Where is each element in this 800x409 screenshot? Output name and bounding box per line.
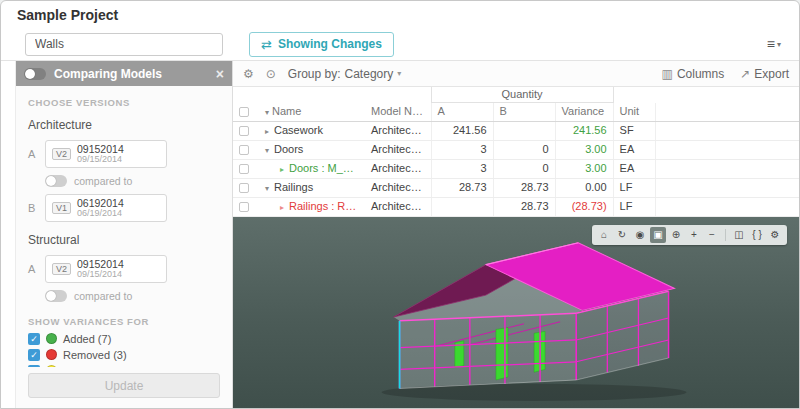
version-row-arch-b: B V1 06192014 06/19/2014	[28, 194, 220, 222]
version-badge: V2	[52, 263, 71, 275]
columns-button[interactable]: ▥ Columns	[662, 67, 725, 81]
expand-icon[interactable]: ▸	[265, 203, 284, 212]
table-row-doors-child[interactable]: ▸Doors : M_Toilet Partiti... Architectur…	[233, 159, 799, 178]
row-unit: SF	[613, 121, 655, 140]
close-icon[interactable]: ×	[216, 67, 224, 81]
row-variance: 3.00	[555, 140, 613, 159]
version-select-arch-b[interactable]: V1 06192014 06/19/2014	[45, 194, 167, 222]
panel-footer: Update	[16, 367, 232, 408]
app-window: Sample Project ⇄ Showing Changes ≡ ▾ Com…	[0, 0, 800, 409]
version-select-struct-a[interactable]: V2 09152014 09/15/2014	[45, 255, 167, 283]
row-name: Doors : M_Toilet Partiti...	[289, 162, 365, 174]
row-unit: EA	[613, 140, 655, 159]
row-checkbox[interactable]	[239, 164, 249, 174]
row-variance: 241.56	[555, 121, 613, 140]
comparing-models-header: Comparing Models ×	[16, 61, 232, 86]
row-model: Architecture	[365, 140, 431, 159]
section-icon[interactable]: ◫	[731, 227, 747, 243]
version-row-arch-a: A V2 09152014 09/15/2014	[28, 140, 220, 168]
row-a: 28.73	[431, 178, 493, 197]
version-row-struct-a: A V2 09152014 09/15/2014	[28, 255, 220, 283]
chevron-down-icon: ▾	[397, 69, 401, 78]
panel-title: Comparing Models	[54, 67, 162, 81]
export-button[interactable]: ↗ Export	[740, 67, 789, 81]
version-letter: B	[28, 202, 38, 214]
settings-icon[interactable]: ⚙	[767, 227, 783, 243]
filter-added: ✓ Added (7)	[28, 333, 220, 345]
column-header-unit[interactable]: Unit	[613, 103, 655, 122]
update-button[interactable]: Update	[28, 373, 220, 398]
table-row-railings-child[interactable]: ▸Railings : Railing : 900... Architectur…	[233, 197, 799, 216]
look-at-icon[interactable]: ◉	[632, 227, 648, 243]
column-header-model[interactable]: Model Name	[365, 103, 431, 122]
home-icon[interactable]: ⌂	[596, 227, 612, 243]
select-all-checkbox[interactable]	[239, 107, 249, 117]
column-header-b[interactable]: B	[493, 103, 555, 122]
row-checkbox[interactable]	[239, 183, 249, 193]
table-row-casework[interactable]: ▸Casework Architecture 241.56 241.56 SF	[233, 121, 799, 140]
grid-toolbar: ⚙ ⊙ Group by: Category ▾ ▥ Columns ↗ Exp…	[233, 61, 799, 87]
row-model: Architecture	[365, 197, 431, 216]
row-name: Casework	[274, 124, 323, 136]
panel-toggle[interactable]	[24, 68, 46, 80]
version-letter: A	[28, 263, 38, 275]
list-icon: ≡	[767, 36, 775, 52]
version-badge: V1	[52, 202, 71, 214]
zoom-out-icon[interactable]: −	[704, 227, 720, 243]
compared-to-row-arch: compared to	[45, 175, 220, 187]
compare-toggle-arch[interactable]	[45, 175, 67, 187]
version-badge: V2	[52, 148, 71, 160]
collapse-icon[interactable]: ▾	[265, 184, 269, 193]
collapse-icon[interactable]: ▾	[265, 146, 269, 155]
row-checkbox[interactable]	[239, 126, 249, 136]
orbit-icon[interactable]: ↻	[614, 227, 630, 243]
version-date: 09/15/2014	[77, 155, 124, 165]
group-by-label: Group by:	[288, 67, 341, 81]
row-model: Architecture	[365, 121, 431, 140]
model-viewer[interactable]: ⌂ ↻ ◉ ▣ ⊕ + − ◫ { } ⚙	[233, 217, 799, 409]
version-date: 06/19/2014	[77, 209, 124, 219]
filter-removed: ✓ Removed (3)	[28, 349, 220, 361]
column-header-a[interactable]: A	[431, 103, 493, 122]
row-name: Railings : Railing : 900...	[289, 200, 365, 212]
search-input[interactable]	[25, 33, 223, 56]
zoom-in-icon[interactable]: +	[686, 227, 702, 243]
show-variances-label: SHOW VARIANCES FOR	[28, 316, 220, 327]
group-by-dropdown[interactable]: Group by: Category ▾	[288, 67, 401, 81]
table-row-doors[interactable]: ▾Doors Architecture 3 0 3.00 EA	[233, 140, 799, 159]
compare-toggle-struct[interactable]	[45, 290, 67, 302]
expand-icon[interactable]: ▸	[265, 165, 284, 174]
table-row-railings[interactable]: ▾Railings Architecture 28.73 28.73 0.00 …	[233, 178, 799, 197]
row-checkbox[interactable]	[239, 202, 249, 212]
column-header-name[interactable]: ▾Name	[259, 103, 365, 122]
model-view-icon[interactable]: ▣	[650, 227, 666, 243]
row-unit: LF	[613, 178, 655, 197]
properties-icon[interactable]: { }	[749, 227, 765, 243]
pan-icon[interactable]: ⊕	[668, 227, 684, 243]
showing-changes-button[interactable]: ⇄ Showing Changes	[249, 32, 394, 57]
gear-icon[interactable]: ⚙	[243, 67, 254, 81]
comparing-models-panel: Comparing Models × CHOOSE VERSIONS Archi…	[15, 61, 233, 408]
removed-checkbox[interactable]: ✓	[28, 349, 40, 361]
row-unit: LF	[613, 197, 655, 216]
expand-icon[interactable]: ▸	[265, 127, 269, 136]
view-options-button[interactable]: ≡ ▾	[767, 36, 781, 52]
removed-dot-icon	[46, 349, 57, 360]
row-name: Doors	[274, 143, 303, 155]
version-select-arch-a[interactable]: V2 09152014 09/15/2014	[45, 140, 167, 168]
refresh-icon[interactable]: ⊙	[266, 67, 276, 81]
row-b: 28.73	[493, 197, 555, 216]
row-checkbox[interactable]	[239, 145, 249, 155]
exchange-icon: ⇄	[261, 37, 272, 52]
column-header-variance[interactable]: Variance	[555, 103, 613, 122]
quantity-group-row: Quantity	[233, 87, 799, 103]
discipline-architecture: Architecture	[28, 118, 220, 132]
version-date: 09/15/2014	[77, 270, 124, 280]
added-checkbox[interactable]: ✓	[28, 333, 40, 345]
row-b	[493, 121, 555, 140]
row-variance: (28.73)	[555, 197, 613, 216]
quantity-group-header: Quantity	[431, 87, 613, 103]
content-area: Comparing Models × CHOOSE VERSIONS Archi…	[1, 61, 799, 408]
toolbar-divider	[725, 229, 726, 241]
sort-icon: ▾	[265, 108, 269, 117]
